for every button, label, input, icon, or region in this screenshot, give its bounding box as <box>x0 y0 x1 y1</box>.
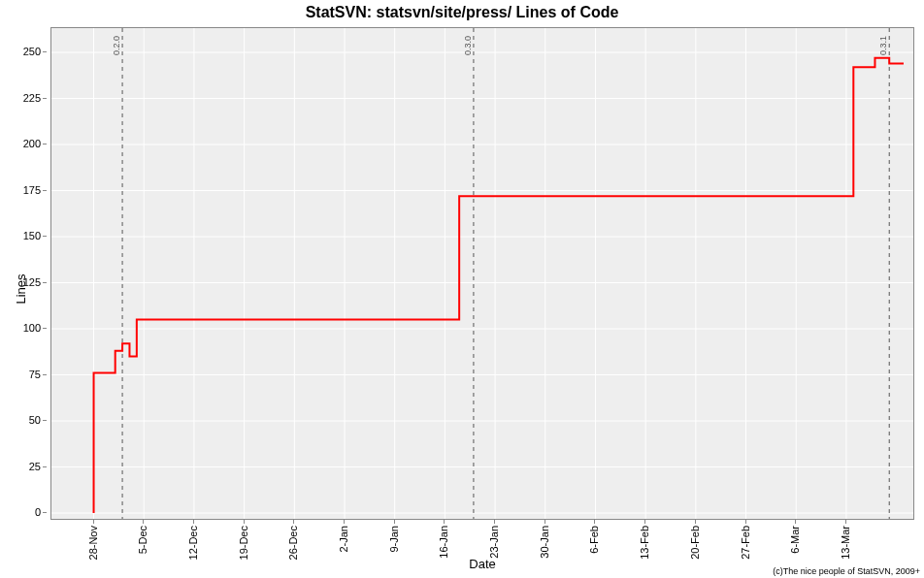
x-tick-label: 6-Feb <box>588 526 600 554</box>
x-tick-label: 2-Jan <box>338 526 349 553</box>
y-tick-label: 250 <box>23 46 41 57</box>
x-tick-label: 20-Feb <box>689 526 701 560</box>
y-tick-label: 0 <box>35 506 41 518</box>
svg-text:0.2.0: 0.2.0 <box>112 36 121 55</box>
svg-text:0.3.0: 0.3.0 <box>463 36 473 55</box>
x-tick-label: 28-Nov <box>87 526 99 560</box>
x-tick-label: 27-Feb <box>740 526 751 560</box>
y-tick-label: 100 <box>23 322 41 334</box>
x-tick-label: 12-Dec <box>187 526 199 560</box>
y-tick-label: 125 <box>23 276 41 288</box>
chart-title: StatSVN: statsvn/site/press/ Lines of Co… <box>0 4 924 21</box>
y-tick-label: 225 <box>23 92 41 104</box>
x-ticks: 28-Nov5-Dec12-Dec19-Dec26-Dec2-Jan9-Jan1… <box>50 520 914 557</box>
x-tick-label: 13-Mar <box>840 526 851 560</box>
svg-text:0.3.1: 0.3.1 <box>878 36 888 55</box>
x-tick-label: 19-Dec <box>238 526 249 560</box>
x-tick-label: 5-Dec <box>137 526 148 554</box>
plot-area: 0.2.00.3.00.3.1 <box>50 27 914 520</box>
x-tick-label: 30-Jan <box>539 526 550 559</box>
x-tick-label: 26-Dec <box>287 526 299 560</box>
credit-text: (c)The nice people of StatSVN, 2009+ <box>773 566 920 576</box>
x-tick-label: 16-Jan <box>438 526 449 559</box>
x-tick-label: 6-Mar <box>789 526 801 554</box>
y-tick-label: 200 <box>23 138 41 149</box>
y-tick-label: 50 <box>29 414 41 426</box>
y-tick-label: 175 <box>23 184 41 196</box>
y-tick-label: 75 <box>29 369 41 380</box>
y-ticks: 0255075100125150175200225250 <box>0 27 47 520</box>
y-tick-label: 150 <box>23 230 41 241</box>
x-tick-label: 13-Feb <box>639 526 650 560</box>
x-tick-label: 23-Jan <box>488 526 500 559</box>
y-tick-label: 25 <box>29 461 41 472</box>
x-tick-label: 9-Jan <box>388 526 400 553</box>
